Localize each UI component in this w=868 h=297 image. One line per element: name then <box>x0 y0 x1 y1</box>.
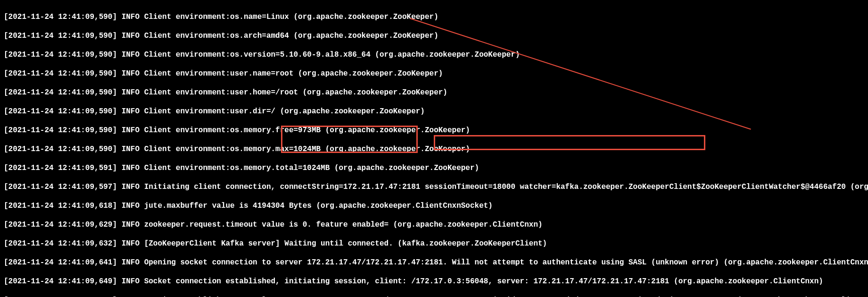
log-line: [2021-11-24 12:41:09,597] INFO Initiatin… <box>4 182 864 192</box>
log-line: [2021-11-24 12:41:09,590] INFO Client en… <box>4 126 864 135</box>
log-line: [2021-11-24 12:41:09,591] INFO Client en… <box>4 163 864 173</box>
log-line: [2021-11-24 12:41:09,629] INFO zookeeper… <box>4 220 864 229</box>
log-line: [2021-11-24 12:41:09,590] INFO Client en… <box>4 50 864 59</box>
log-line: [2021-11-24 12:41:09,590] INFO Client en… <box>4 31 864 41</box>
log-line: [2021-11-24 12:41:09,590] INFO Client en… <box>4 144 864 154</box>
log-line: [2021-11-24 12:41:09,590] INFO Client en… <box>4 12 864 22</box>
log-line: [2021-11-24 12:41:09,590] INFO Client en… <box>4 69 864 78</box>
log-line: [2021-11-24 12:41:09,641] INFO Opening s… <box>4 258 864 267</box>
log-line: [2021-11-24 12:41:09,632] INFO [ZooKeepe… <box>4 239 864 248</box>
log-line: [2021-11-24 12:41:09,649] INFO Socket co… <box>4 277 864 286</box>
log-line: [2021-11-24 12:41:09,618] INFO jute.maxb… <box>4 201 864 211</box>
terminal-output[interactable]: [2021-11-24 12:41:09,590] INFO Client en… <box>0 0 868 297</box>
log-line: [2021-11-24 12:41:09,590] INFO Client en… <box>4 107 864 116</box>
log-line: [2021-11-24 12:41:09,590] INFO Client en… <box>4 88 864 97</box>
